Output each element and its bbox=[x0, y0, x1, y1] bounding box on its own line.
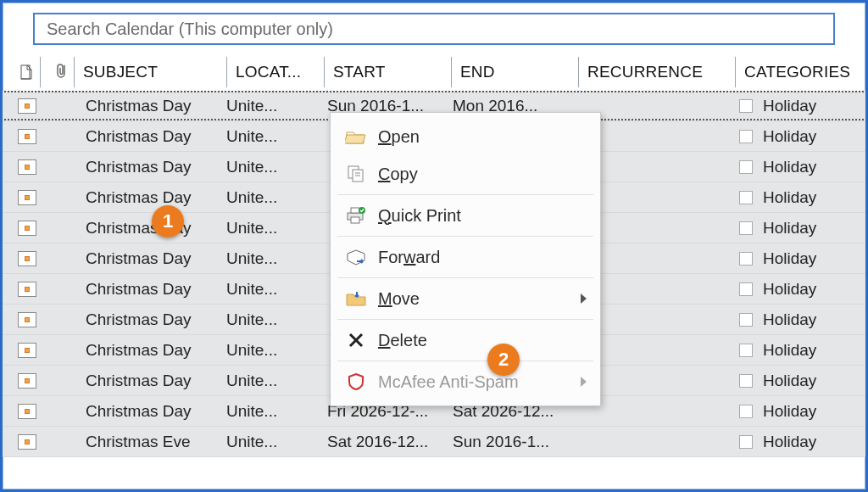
category-swatch-icon bbox=[739, 221, 753, 235]
folder-move-icon bbox=[339, 290, 373, 307]
row-location: Unite... bbox=[226, 366, 322, 395]
svg-rect-0 bbox=[21, 65, 30, 79]
row-category: Holiday bbox=[758, 182, 865, 212]
row-subject: Christmas Day bbox=[86, 396, 226, 426]
calendar-item-icon bbox=[18, 312, 36, 327]
category-swatch-icon bbox=[739, 435, 753, 449]
row-type-icon bbox=[14, 305, 40, 334]
row-subject: Christmas Day bbox=[86, 182, 226, 212]
ctx-copy[interactable]: Copy bbox=[331, 155, 600, 193]
header-location[interactable]: LOCAT... bbox=[226, 57, 324, 87]
forward-icon bbox=[339, 249, 373, 266]
calendar-item-icon bbox=[18, 373, 36, 389]
category-swatch-icon bbox=[739, 191, 753, 204]
row-subject: Christmas Day bbox=[86, 335, 226, 365]
folder-open-icon bbox=[339, 128, 373, 145]
row-end: Sun 2016-1... bbox=[449, 427, 576, 456]
ctx-separator bbox=[337, 236, 593, 237]
row-category: Holiday bbox=[758, 243, 865, 273]
row-type-icon bbox=[14, 213, 40, 243]
category-swatch-icon bbox=[739, 252, 753, 266]
calendar-item-icon bbox=[18, 404, 36, 419]
header-attachment[interactable] bbox=[40, 57, 74, 87]
row-location: Unite... bbox=[226, 213, 322, 243]
ctx-open[interactable]: Open bbox=[331, 118, 600, 155]
category-swatch-icon bbox=[739, 160, 753, 174]
calendar-list-window: SUBJECT LOCAT... START END RECURRENCE CA… bbox=[0, 0, 868, 492]
header-start[interactable]: START bbox=[324, 57, 451, 87]
row-category-box bbox=[734, 152, 758, 182]
svg-rect-7 bbox=[351, 217, 359, 223]
row-subject: Christmas Day bbox=[86, 121, 226, 151]
copy-icon bbox=[339, 165, 373, 183]
row-location: Unite... bbox=[226, 121, 322, 151]
calendar-item-icon bbox=[18, 221, 36, 236]
row-location: Unite... bbox=[226, 182, 322, 212]
calendar-item-icon bbox=[18, 159, 36, 175]
ctx-mcafee: McAfee Anti-Spam bbox=[331, 363, 600, 400]
ctx-mcafee-label: McAfee Anti-Spam bbox=[373, 372, 581, 392]
page-icon bbox=[20, 64, 34, 80]
callout-2: 2 bbox=[487, 344, 520, 376]
category-swatch-icon bbox=[739, 313, 753, 327]
row-category-box bbox=[734, 335, 758, 365]
table-row[interactable]: Christmas EveUnite...Sat 2016-12...Sun 2… bbox=[3, 427, 865, 457]
category-swatch-icon bbox=[739, 130, 753, 143]
ctx-copy-label: Copy bbox=[373, 165, 588, 184]
row-type-icon bbox=[14, 121, 40, 151]
ctx-forward-label: Forward bbox=[373, 248, 588, 267]
ctx-delete[interactable]: Delete bbox=[331, 321, 600, 359]
row-category-box bbox=[734, 305, 758, 334]
category-swatch-icon bbox=[739, 99, 753, 113]
row-type-icon bbox=[14, 182, 40, 212]
row-category-box bbox=[734, 274, 758, 304]
ctx-quick-print[interactable]: Quick Print bbox=[331, 197, 600, 234]
calendar-item-icon bbox=[18, 282, 36, 297]
row-subject: Christmas Day bbox=[86, 91, 226, 120]
header-subject[interactable]: SUBJECT bbox=[74, 57, 226, 87]
calendar-item-icon bbox=[18, 98, 36, 114]
column-headers: SUBJECT LOCAT... START END RECURRENCE CA… bbox=[3, 57, 865, 87]
row-category: Holiday bbox=[758, 366, 865, 395]
ctx-separator bbox=[337, 361, 593, 361]
calendar-item-icon bbox=[18, 251, 36, 266]
category-swatch-icon bbox=[739, 374, 753, 388]
row-location: Unite... bbox=[226, 396, 322, 426]
header-end[interactable]: END bbox=[451, 57, 578, 87]
row-type-icon bbox=[14, 396, 40, 426]
row-type-icon bbox=[14, 335, 40, 365]
row-location: Unite... bbox=[226, 335, 322, 365]
row-category: Holiday bbox=[758, 305, 865, 334]
ctx-move[interactable]: Move bbox=[331, 280, 600, 317]
ctx-forward[interactable]: Forward bbox=[331, 238, 600, 276]
calendar-item-icon bbox=[18, 190, 36, 205]
header-categories[interactable]: CATEGORIES bbox=[735, 57, 865, 87]
header-item-type[interactable] bbox=[14, 57, 40, 87]
row-category-box bbox=[734, 182, 758, 212]
row-category-box bbox=[734, 366, 758, 395]
row-category: Holiday bbox=[758, 335, 865, 365]
row-category-box bbox=[734, 213, 758, 243]
row-category: Holiday bbox=[758, 91, 865, 120]
row-subject: Christmas Day bbox=[86, 274, 226, 304]
row-location: Unite... bbox=[226, 152, 322, 182]
category-swatch-icon bbox=[739, 282, 753, 296]
row-category-box bbox=[734, 243, 758, 273]
row-location: Unite... bbox=[226, 305, 322, 334]
row-location: Unite... bbox=[226, 427, 322, 456]
header-recurrence[interactable]: RECURRENCE bbox=[578, 57, 735, 87]
context-menu: Open Copy Quick Print Forward bbox=[330, 112, 601, 406]
row-subject: Christmas Day bbox=[86, 243, 226, 273]
ctx-open-label: Open bbox=[373, 127, 588, 147]
calendar-item-icon bbox=[18, 434, 36, 450]
row-subject: Christmas Day bbox=[86, 152, 226, 182]
ctx-separator bbox=[337, 194, 593, 195]
row-category-box bbox=[734, 121, 758, 151]
search-input[interactable] bbox=[45, 19, 823, 40]
ctx-delete-label: Delete bbox=[373, 331, 588, 350]
ctx-quick-print-label: Quick Print bbox=[373, 206, 588, 226]
search-box[interactable] bbox=[33, 13, 835, 45]
calendar-item-icon bbox=[18, 129, 36, 144]
row-start: Sat 2016-12... bbox=[322, 427, 449, 456]
row-category: Holiday bbox=[758, 213, 865, 243]
